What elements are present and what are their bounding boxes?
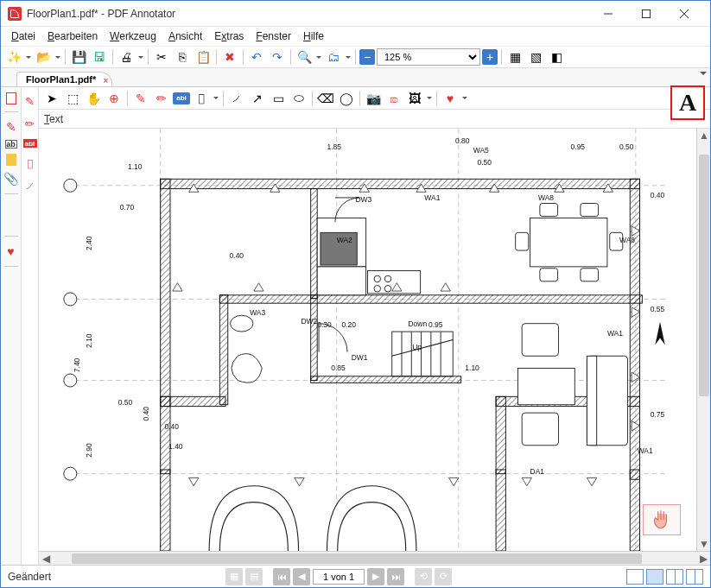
zoom-out-button[interactable]: − xyxy=(359,49,375,65)
nav-fwd-icon[interactable]: ⟳ xyxy=(435,568,452,585)
nav-prev-icon[interactable]: ◀ xyxy=(293,568,310,585)
eraser-ann[interactable]: ⌫ xyxy=(316,89,335,108)
line-tool-icon[interactable]: ⟋ xyxy=(23,179,37,193)
nav-back-icon[interactable]: ⟲ xyxy=(415,568,432,585)
scrollbar-horizontal[interactable]: ◀ ▶ xyxy=(39,551,710,565)
close-button[interactable] xyxy=(665,2,703,26)
svg-text:Up: Up xyxy=(412,343,422,351)
pen-ann[interactable]: ✎ xyxy=(131,89,150,108)
image-icon[interactable]: 🖼 xyxy=(405,89,424,108)
menu-file[interactable]: Datei xyxy=(6,28,41,44)
tabs-dropdown[interactable] xyxy=(700,72,707,79)
cut-button[interactable]: ✂ xyxy=(152,47,171,66)
print-dropdown[interactable] xyxy=(137,54,144,61)
pen-tool-icon[interactable]: ✎ xyxy=(23,94,37,108)
stamp-ann[interactable]: ⌷ xyxy=(192,89,211,108)
print-button[interactable]: 🖨 xyxy=(117,47,136,66)
view-two-cont[interactable] xyxy=(686,569,703,585)
scroll-up-icon[interactable]: ▲ xyxy=(697,129,710,142)
page-canvas[interactable]: 1.85 0.80 0.95 0.50 0.50 1.10 0.70 0.40 … xyxy=(39,129,696,551)
fav-dd[interactable] xyxy=(461,94,468,102)
replace-dropdown[interactable] xyxy=(345,54,352,61)
menu-extras[interactable]: Extras xyxy=(209,28,249,44)
menu-tool[interactable]: Werkzeug xyxy=(105,28,162,44)
marker-ann[interactable]: ✏ xyxy=(152,89,171,108)
svg-text:WA8: WA8 xyxy=(619,236,635,244)
scroll-left-icon[interactable]: ◀ xyxy=(39,552,53,565)
menu-view[interactable]: Ansicht xyxy=(163,28,207,44)
scroll-right-icon[interactable]: ▶ xyxy=(696,552,710,565)
open-button[interactable]: 📂 xyxy=(34,47,53,66)
svg-rect-25 xyxy=(496,396,505,473)
maximize-button[interactable] xyxy=(627,2,665,26)
pen-red-icon[interactable]: ✎ xyxy=(3,119,19,135)
minimize-button[interactable] xyxy=(589,2,627,26)
arrow-ann[interactable]: ↗ xyxy=(248,89,267,108)
nav-thumb1-icon[interactable]: ▦ xyxy=(225,568,243,585)
delete-button[interactable]: ✖ xyxy=(220,47,239,66)
svg-text:0.70: 0.70 xyxy=(120,203,135,212)
open-dropdown[interactable] xyxy=(54,54,61,61)
favorite-icon[interactable]: ♥ xyxy=(441,89,460,108)
select-tool[interactable]: ⬚ xyxy=(63,89,82,108)
ellipse-ann[interactable]: ⬭ xyxy=(289,89,308,108)
zoom-in-button[interactable]: + xyxy=(482,49,498,65)
note-icon[interactable] xyxy=(6,154,16,166)
zoom-select[interactable]: 125 % xyxy=(377,48,480,66)
view-continuous[interactable] xyxy=(646,569,663,585)
search-dropdown[interactable] xyxy=(315,54,322,61)
pointer-tool[interactable]: ➤ xyxy=(42,89,61,108)
search-button[interactable]: 🔍 xyxy=(295,47,314,66)
replace-button[interactable]: 🗂 xyxy=(324,47,343,66)
save-button[interactable]: 💾 xyxy=(69,47,88,66)
stamp-tool-icon[interactable]: ⌷ xyxy=(23,156,37,170)
text-icon[interactable]: ab xyxy=(5,140,17,149)
page-button[interactable]: ▦ xyxy=(505,47,524,66)
copy-button[interactable]: ⎘ xyxy=(173,47,192,66)
scroll-thumb-v[interactable] xyxy=(699,155,709,396)
nav-thumb2-icon[interactable]: ▤ xyxy=(245,568,263,585)
text-ann[interactable]: abl xyxy=(173,92,190,104)
pan-tool[interactable]: ✋ xyxy=(84,89,103,108)
camera-icon[interactable]: 📷 xyxy=(364,89,383,108)
svg-rect-39 xyxy=(581,204,599,217)
stamp-dd[interactable] xyxy=(213,94,219,102)
crop-icon[interactable]: ⎄ xyxy=(384,89,403,108)
new-dropdown[interactable] xyxy=(25,54,32,61)
document-viewport[interactable]: 1.85 0.80 0.95 0.50 0.50 1.10 0.70 0.40 … xyxy=(39,129,710,565)
sep xyxy=(355,49,356,65)
save-as-button[interactable]: 🖫 xyxy=(90,47,109,66)
new-button[interactable]: ✨ xyxy=(4,47,23,66)
rect-ann[interactable]: ▭ xyxy=(269,89,288,108)
image-dd[interactable] xyxy=(426,94,433,102)
clip-icon[interactable]: 📎 xyxy=(3,171,19,187)
fullscreen-button[interactable]: ◧ xyxy=(547,47,566,66)
menu-edit[interactable]: Bearbeiten xyxy=(42,28,103,44)
line-ann[interactable]: ⟋ xyxy=(227,89,246,108)
view-single[interactable] xyxy=(626,569,644,585)
tab-close-icon[interactable]: × xyxy=(103,76,108,85)
undo-button[interactable]: ↶ xyxy=(247,47,266,66)
menu-help[interactable]: Hilfe xyxy=(298,28,329,44)
heart-icon[interactable]: ♥ xyxy=(3,243,19,259)
svg-text:2.40: 2.40 xyxy=(85,236,93,250)
scroll-thumb-h[interactable] xyxy=(72,553,642,564)
nav-next-icon[interactable]: ▶ xyxy=(367,568,384,585)
scrollbar-vertical[interactable]: ▲ ▼ xyxy=(696,129,710,551)
lasso-ann[interactable]: ◯ xyxy=(337,89,356,108)
zoom-tool[interactable]: ⊕ xyxy=(105,89,124,108)
page-input[interactable] xyxy=(313,569,365,585)
paste-button[interactable]: 📋 xyxy=(194,47,213,66)
view-two-up[interactable] xyxy=(666,569,683,585)
scroll-down-icon[interactable]: ▼ xyxy=(697,537,710,551)
nav-last-icon[interactable]: ⏭ xyxy=(387,568,404,585)
marker-tool-icon[interactable]: ✏ xyxy=(23,117,37,130)
page-opts-button[interactable]: ▧ xyxy=(526,47,545,66)
text-tool-icon[interactable]: abl xyxy=(23,139,37,148)
text-label[interactable]: Text xyxy=(44,113,63,125)
menu-window[interactable]: Fenster xyxy=(251,28,296,44)
nav-first-icon[interactable]: ⏮ xyxy=(273,568,290,585)
rect-icon[interactable] xyxy=(6,92,16,104)
tab-active[interactable]: FloorPlan1.pdf* × xyxy=(16,72,112,86)
redo-button[interactable]: ↷ xyxy=(268,47,287,66)
